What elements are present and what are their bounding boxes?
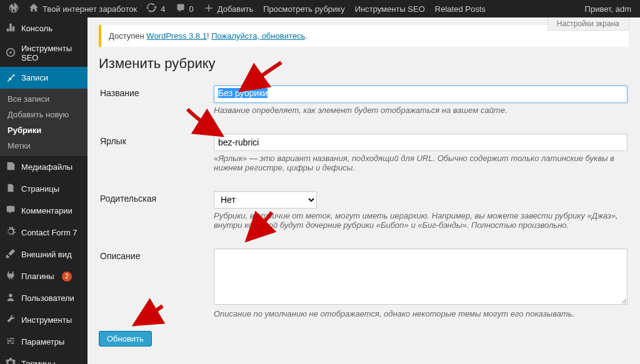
greeting: Привет, adm [585, 4, 631, 14]
page-title: Изменить рубрику [88, 47, 640, 78]
add-new-label: Добавить [218, 4, 253, 14]
posts-submenu: Все записи Добавить новую Рубрики Метки [0, 89, 88, 156]
slug-input[interactable] [214, 134, 628, 151]
pages-icon [5, 182, 16, 195]
menu-pages[interactable]: Страницы [0, 178, 88, 200]
seo-tools-link[interactable]: Инструменты SEO [350, 0, 430, 17]
updates-count: 4 [161, 4, 165, 14]
svg-point-3 [8, 338, 10, 340]
menu-media[interactable]: Медиафайлы [0, 156, 88, 178]
plus-icon [204, 3, 214, 15]
menu-cf7[interactable]: Contact Form 7 [0, 222, 88, 243]
wordpress-icon [9, 3, 19, 15]
menu-posts[interactable]: Записи [0, 67, 88, 89]
submenu-categories[interactable]: Рубрики [0, 122, 88, 138]
admin-menu: Консоль Инструменты SEO Записи Все запис… [0, 17, 88, 364]
related-posts-link[interactable]: Related Posts [430, 0, 491, 17]
comment-icon [176, 3, 186, 15]
settings-icon [5, 335, 16, 348]
updates-link[interactable]: 4 [142, 0, 170, 17]
menu-tools[interactable]: Инструменты [0, 309, 88, 331]
submenu-all-posts[interactable]: Все записи [0, 91, 88, 107]
svg-point-1 [9, 51, 12, 54]
menu-users[interactable]: Пользователи [0, 287, 88, 309]
update-button[interactable]: Обновить [99, 331, 152, 347]
label-description: Описание [100, 242, 212, 330]
view-category[interactable]: Просмотреть рубрику [258, 0, 350, 17]
desc-slug: «Ярлык» — это вариант названия, подходящ… [214, 154, 628, 172]
home-icon [29, 3, 39, 15]
comments-count: 0 [189, 4, 194, 14]
label-parent: Родительская [100, 185, 212, 241]
label-slug: Ярлык [100, 127, 212, 184]
name-input[interactable]: Без рубрики [214, 86, 628, 103]
submenu-add-new[interactable]: Добавить новую [0, 107, 88, 122]
parent-select[interactable]: Нет [214, 191, 317, 209]
gear2-icon [5, 357, 16, 364]
users-icon [5, 292, 16, 305]
gear-icon [5, 226, 16, 239]
plugins-badge: 2 [62, 272, 72, 282]
wp-logo[interactable] [4, 0, 24, 17]
comments-icon [5, 204, 16, 217]
please-update-link[interactable]: Пожалуйста, обновитесь [211, 31, 305, 41]
menu-settings[interactable]: Параметры [0, 331, 88, 353]
menu-plugins[interactable]: Плагины2 [0, 265, 88, 287]
screen-options-tab[interactable]: Настройки экрана [548, 17, 629, 31]
admin-bar: Твой интернет заработок 4 0 Добавить Про… [0, 0, 640, 17]
desc-parent: Рубрики, в отличие от меток, могут иметь… [214, 211, 628, 230]
plugin-icon [5, 270, 16, 283]
update-icon [147, 3, 157, 15]
media-icon [5, 160, 16, 174]
site-home[interactable]: Твой интернет заработок [24, 0, 142, 17]
seo-icon [5, 47, 16, 60]
pin-icon [5, 71, 16, 84]
dashboard-icon [5, 22, 16, 35]
menu-terms[interactable]: Термины [0, 353, 88, 364]
menu-seo[interactable]: Инструменты SEO [0, 39, 88, 67]
tools-icon [5, 313, 16, 327]
svg-point-4 [11, 340, 13, 342]
svg-point-5 [9, 342, 11, 344]
menu-appearance[interactable]: Внешний вид [0, 243, 88, 265]
wp-version-link[interactable]: WordPress 3.8.1 [146, 31, 207, 41]
brush-icon [5, 248, 16, 261]
desc-name: Название определяет, как элемент будет о… [214, 106, 628, 115]
menu-comments[interactable]: Комментарии [0, 200, 88, 222]
submenu-tags[interactable]: Метки [0, 138, 88, 154]
edit-form: Название Без рубрики Название определяет… [99, 78, 629, 331]
label-name: Название [100, 79, 212, 126]
svg-point-2 [9, 294, 12, 297]
menu-dashboard[interactable]: Консоль [0, 17, 88, 39]
site-title: Твой интернет заработок [42, 4, 137, 14]
add-new[interactable]: Добавить [199, 0, 258, 17]
content-area: Настройки экрана Доступен WordPress 3.8.… [88, 17, 640, 364]
my-account[interactable]: Привет, adm [580, 0, 636, 17]
comments-link[interactable]: 0 [171, 0, 199, 17]
description-textarea[interactable] [214, 248, 628, 305]
desc-description: Описание по умолчанию не отображается, о… [214, 309, 628, 318]
